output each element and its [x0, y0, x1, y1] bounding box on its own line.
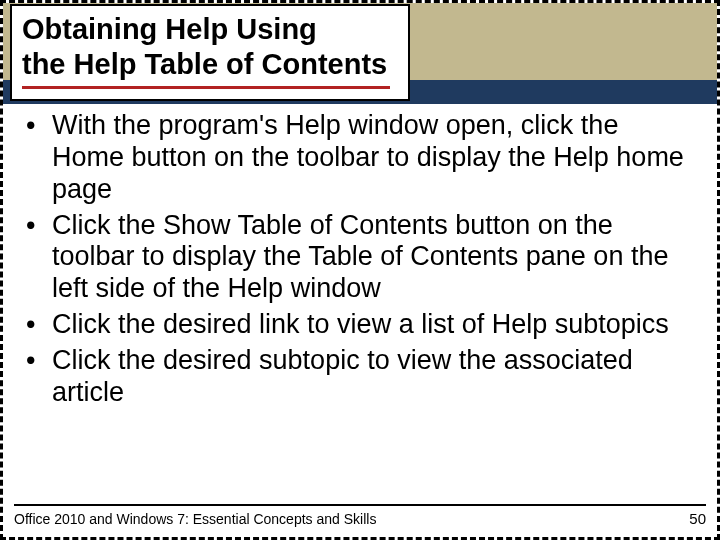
list-item: Click the desired subtopic to view the a…: [20, 345, 692, 409]
slide-title-box: Obtaining Help Using the Help Table of C…: [10, 4, 410, 101]
title-underline: [22, 86, 390, 89]
list-item: With the program's Help window open, cli…: [20, 110, 692, 206]
page-number: 50: [689, 510, 706, 527]
list-item: Click the Show Table of Contents button …: [20, 210, 692, 306]
footer: Office 2010 and Windows 7: Essential Con…: [14, 510, 706, 527]
title-line-2: the Help Table of Contents: [22, 48, 387, 80]
title-line-1: Obtaining Help Using: [22, 13, 317, 45]
content-area: With the program's Help window open, cli…: [20, 110, 692, 413]
footer-source: Office 2010 and Windows 7: Essential Con…: [14, 511, 376, 527]
footer-divider: [14, 504, 706, 506]
list-item: Click the desired link to view a list of…: [20, 309, 692, 341]
bullet-list: With the program's Help window open, cli…: [20, 110, 692, 409]
slide-title: Obtaining Help Using the Help Table of C…: [22, 12, 390, 82]
